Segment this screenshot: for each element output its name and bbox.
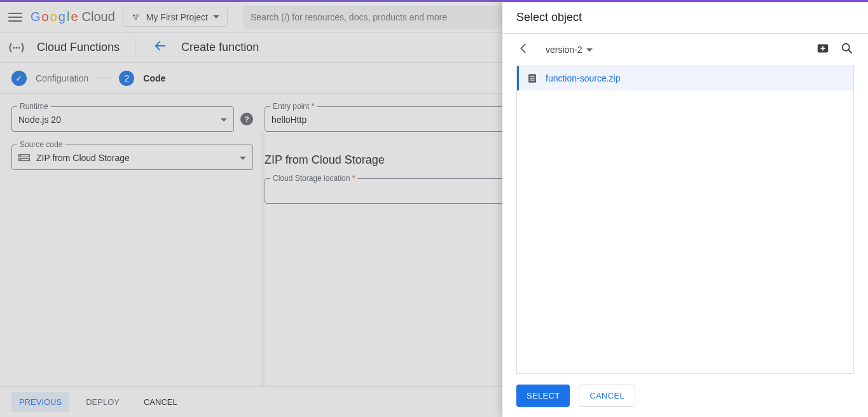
service-name: Cloud Functions — [37, 41, 120, 54]
svg-point-11 — [843, 44, 850, 51]
entry-label: Entry point * — [270, 102, 317, 111]
project-name: My First Project — [146, 12, 208, 22]
menu-icon[interactable] — [8, 10, 23, 25]
chevron-down-icon — [586, 48, 593, 52]
object-item[interactable]: function-source.zip — [517, 66, 853, 90]
runtime-value: Node.js 20 — [18, 115, 61, 125]
cloud-functions-icon — [8, 39, 25, 57]
svg-point-5 — [18, 46, 20, 48]
object-name[interactable]: function-source.zip — [546, 73, 621, 83]
svg-point-4 — [15, 46, 17, 48]
panel-divider — [261, 132, 265, 417]
svg-point-1 — [136, 14, 138, 16]
previous-button[interactable]: PREVIOUS — [11, 392, 69, 412]
back-arrow-icon[interactable] — [151, 36, 170, 59]
search-icon[interactable] — [840, 41, 854, 58]
form-footer: PREVIOUS DEPLOY CANCEL — [0, 386, 502, 417]
runtime-label: Runtime — [17, 102, 51, 111]
svg-point-8 — [20, 155, 22, 157]
breadcrumb-folder[interactable]: version-2 — [546, 45, 593, 55]
select-object-panel: Select object version-2 function-source.… — [502, 0, 868, 417]
svg-rect-14 — [530, 78, 535, 78]
runtime-select[interactable]: Runtime Node.js 20 — [11, 106, 234, 132]
page-title: Create function — [181, 41, 259, 54]
logo[interactable]: Google Cloud — [31, 10, 115, 24]
deploy-button[interactable]: DEPLOY — [78, 392, 127, 412]
cancel-button[interactable]: CANCEL — [136, 392, 185, 412]
entry-value: helloHttp — [272, 115, 307, 125]
panel-title: Select object — [502, 2, 868, 34]
svg-point-0 — [133, 14, 135, 16]
panel-cancel-button[interactable]: CANCEL — [579, 385, 635, 407]
step-2-bullet[interactable]: 2 — [119, 71, 134, 86]
storage-icon — [18, 153, 30, 162]
object-list: function-source.zip — [516, 66, 854, 374]
divider — [135, 39, 135, 57]
panel-toolbar: version-2 — [502, 34, 868, 66]
help-icon[interactable]: ? — [240, 113, 253, 125]
location-label: Cloud Storage location * — [270, 174, 357, 183]
breadcrumb-label: version-2 — [546, 45, 582, 55]
back-chevron-icon[interactable] — [516, 41, 530, 58]
file-icon — [527, 73, 538, 84]
source-value: ZIP from Cloud Storage — [36, 153, 130, 163]
step-1-bullet[interactable] — [11, 71, 27, 86]
project-icon — [131, 12, 141, 22]
step-2-label[interactable]: Code — [143, 73, 165, 83]
svg-rect-15 — [530, 80, 535, 80]
step-connector — [97, 78, 110, 78]
svg-point-2 — [134, 17, 136, 19]
svg-rect-13 — [530, 76, 535, 76]
step-1-label[interactable]: Configuration — [36, 73, 88, 83]
chevron-down-icon — [240, 157, 246, 160]
logo-product: Cloud — [82, 10, 115, 24]
source-code-select[interactable]: Source code ZIP from Cloud Storage — [11, 145, 253, 170]
panel-footer: SELECT CANCEL — [502, 374, 868, 417]
svg-point-3 — [13, 46, 15, 48]
source-label: Source code — [17, 140, 65, 149]
chevron-down-icon — [213, 15, 219, 18]
chevron-down-icon — [221, 118, 227, 122]
select-button[interactable]: SELECT — [516, 385, 570, 407]
project-selector[interactable]: My First Project — [123, 8, 228, 27]
new-folder-icon[interactable] — [816, 41, 830, 58]
svg-point-9 — [20, 159, 22, 160]
